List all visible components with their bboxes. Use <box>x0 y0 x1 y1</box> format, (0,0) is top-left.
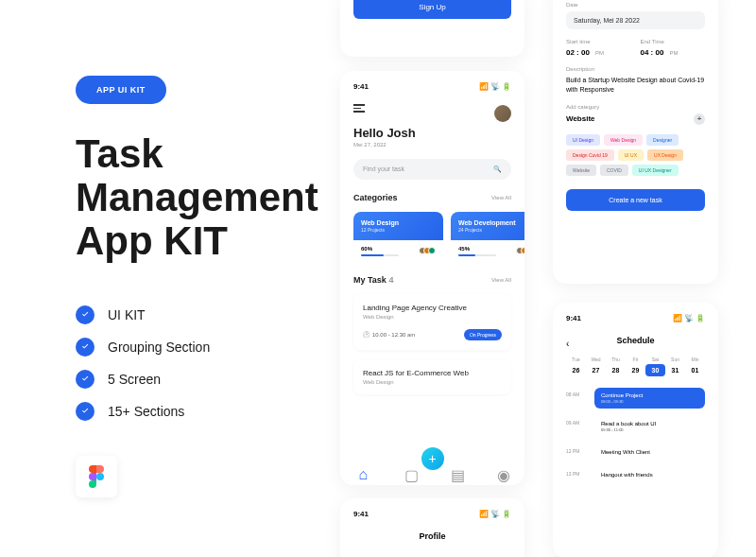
day-item[interactable]: Fri29 <box>626 357 645 376</box>
task-list: Landing Page Agency CreativeWeb Design🕐 … <box>353 294 511 394</box>
feature-text: UI KIT <box>108 307 146 322</box>
desc-text[interactable]: Build a Startup Website Design about Cov… <box>566 76 705 95</box>
app-ui-kit-badge: APP UI KIT <box>76 76 166 104</box>
mytask-title: My Task 4 <box>353 275 393 285</box>
menu-icon[interactable] <box>353 104 511 113</box>
status-icons: 📶 📡 🔋 <box>673 314 705 322</box>
end-time-field[interactable]: 04 : 00PM <box>641 48 706 57</box>
day-item[interactable]: Thu28 <box>606 357 626 376</box>
view-all-link[interactable]: View All <box>491 277 511 283</box>
day-item[interactable]: Sun31 <box>665 357 685 376</box>
search-input[interactable]: Find your task🔍 <box>353 159 511 180</box>
tag[interactable]: Web Design <box>604 134 643 146</box>
task-card[interactable]: React JS for E-Commerce WebWeb Design <box>353 359 511 394</box>
check-icon <box>76 370 94 389</box>
profile-icon[interactable]: ◉ <box>497 466 507 476</box>
category-card[interactable]: Web Development24 Projects45% <box>451 212 524 262</box>
time-label: 08 AM <box>566 388 587 409</box>
signup-screen: Sign Up <box>340 0 524 57</box>
category-card[interactable]: Web Design12 Projects60% <box>353 212 443 262</box>
tag[interactable]: COVID <box>600 165 628 176</box>
avatar[interactable] <box>494 105 511 122</box>
schedule-title: Schedule <box>566 336 705 345</box>
day-picker: Tue26Wed27Thu28Fri29Sat30Sun31Min01 <box>566 357 705 376</box>
schedule-card[interactable]: Read a book about UI09:30 - 11:00 <box>594 416 705 437</box>
time-label: 12 PM <box>566 444 587 460</box>
notes-icon[interactable]: ▤ <box>451 466 460 476</box>
schedule-card[interactable]: Meeting With Client <box>594 444 705 460</box>
schedule-card[interactable]: Continue Project08:00 - 09:30 <box>594 388 705 409</box>
status-time: 9:41 <box>353 510 369 518</box>
check-icon <box>76 338 94 357</box>
search-icon: 🔍 <box>493 165 502 173</box>
tag[interactable]: Design Covid 19 <box>566 149 614 161</box>
day-item[interactable]: Min01 <box>685 357 705 376</box>
promo-title: TaskManagementApp KIT <box>76 132 321 264</box>
back-button[interactable]: ‹ <box>566 339 569 349</box>
date-label: Date <box>566 2 705 8</box>
svg-point-0 <box>96 473 104 480</box>
add-category-button[interactable]: + <box>694 113 705 125</box>
status-badge: On Progress <box>464 329 502 340</box>
status-time: 9:41 <box>353 82 369 91</box>
features-list: UI KITGrouping Section5 Screen15+ Sectio… <box>76 305 321 421</box>
view-all-link[interactable]: View All <box>491 195 511 200</box>
tag[interactable]: Designer <box>646 134 679 146</box>
check-icon <box>76 305 94 324</box>
date-field[interactable]: Saturday, Mei 28 2022 <box>566 11 705 29</box>
check-icon <box>76 402 94 421</box>
feature-text: 5 Screen <box>108 372 161 387</box>
tag-list: UI DesignWeb DesignDesignerDesign Covid … <box>566 134 705 176</box>
signup-button[interactable]: Sign Up <box>353 0 511 19</box>
tag[interactable]: UI Design <box>566 134 600 146</box>
status-icons: 📶 📡 🔋 <box>479 82 511 91</box>
profile-screen: 9:41📶 📡 🔋 Profile <box>340 498 524 557</box>
feature-text: Grouping Section <box>108 339 210 355</box>
day-item[interactable]: Wed27 <box>586 357 606 376</box>
time-label: 09 AM <box>566 416 587 437</box>
home-icon[interactable]: ⌂ <box>358 466 368 476</box>
status-time: 9:41 <box>566 314 581 322</box>
greeting: Hello Josh <box>353 126 511 140</box>
day-item[interactable]: Tue26 <box>566 357 586 376</box>
profile-title: Profile <box>353 531 511 541</box>
categories-title: Categories <box>353 193 398 202</box>
calendar-icon[interactable]: ▢ <box>404 466 414 476</box>
schedule-card[interactable]: Hangout with friends <box>594 467 705 482</box>
schedule-list: 08 AMContinue Project08:00 - 09:3009 AMR… <box>566 388 705 482</box>
tag[interactable]: UI UX <box>618 149 644 161</box>
time-label: 13 PM <box>566 467 587 482</box>
figma-icon <box>76 456 117 497</box>
add-button[interactable]: + <box>421 447 444 470</box>
end-label: End Time <box>641 39 706 44</box>
task-card[interactable]: Landing Page Agency CreativeWeb Design🕐 … <box>353 294 511 350</box>
tag[interactable]: UX Design <box>647 149 683 161</box>
clock-icon: 🕐 <box>363 331 369 338</box>
schedule-screen: 9:41📶 📡 🔋 ‹ Schedule Tue26Wed27Thu28Fri2… <box>553 303 718 557</box>
tag[interactable]: UI UX Designer <box>632 165 679 176</box>
start-label: Start time <box>566 39 631 44</box>
home-screen: 9:41📶 📡 🔋 Hello Josh Mei 27, 2022 Find y… <box>340 71 524 485</box>
tag[interactable]: Website <box>566 165 596 176</box>
category-cards: Web Design12 Projects60%Web Development2… <box>353 212 524 262</box>
feature-text: 15+ Sections <box>108 404 184 419</box>
date-text: Mei 27, 2022 <box>353 142 511 148</box>
create-task-button[interactable]: Create a new task <box>566 189 705 211</box>
day-item[interactable]: Sat30 <box>645 357 665 376</box>
new-task-screen: Date Saturday, Mei 28 2022 Start time02 … <box>553 0 718 284</box>
category-value: Website <box>566 114 595 123</box>
desc-label: Description <box>566 66 705 72</box>
start-time-field[interactable]: 02 : 00PM <box>566 48 631 57</box>
status-icons: 📶 📡 🔋 <box>479 510 511 518</box>
addcat-label: Add category <box>566 104 705 110</box>
